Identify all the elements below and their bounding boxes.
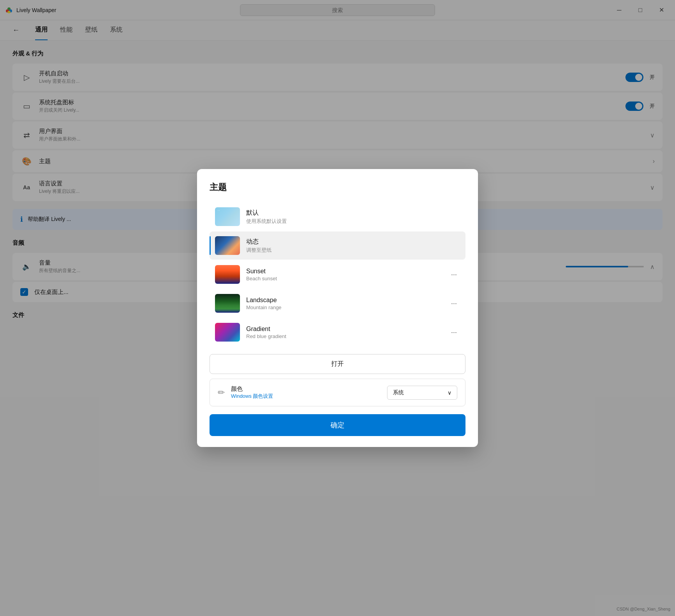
- pencil-icon: ✏: [218, 388, 225, 398]
- color-settings-row: ✏ 颜色 Windows 颜色设置 系统 ∨: [210, 379, 465, 406]
- theme-desc-landscape: Mountain range: [246, 304, 442, 310]
- dialog-title: 主题: [210, 182, 465, 193]
- confirm-button[interactable]: 确定: [210, 414, 465, 436]
- theme-item-landscape[interactable]: Landscape Mountain range ···: [210, 289, 465, 317]
- theme-item-gradient[interactable]: Gradient Red blue gradient ···: [210, 318, 465, 346]
- theme-name-sunset: Sunset: [246, 268, 442, 275]
- landscape-more-button[interactable]: ···: [448, 298, 460, 309]
- open-button[interactable]: 打开: [210, 354, 465, 374]
- chevron-down-icon: ∨: [448, 390, 451, 396]
- theme-dialog: 主题 默认 使用系统默认设置 动态 调整至壁纸: [197, 169, 478, 447]
- modal-overlay[interactable]: 主题 默认 使用系统默认设置 动态 调整至壁纸: [0, 0, 675, 616]
- theme-name-gradient: Gradient: [246, 326, 442, 333]
- theme-item-default[interactable]: 默认 使用系统默认设置: [210, 203, 465, 231]
- gradient-more-button[interactable]: ···: [448, 327, 460, 338]
- theme-desc-default: 使用系统默认设置: [246, 218, 460, 225]
- theme-desc-gradient: Red blue gradient: [246, 333, 442, 339]
- color-select-dropdown[interactable]: 系统 ∨: [387, 386, 457, 400]
- color-label: 颜色: [231, 385, 381, 393]
- theme-thumb-default: [215, 207, 240, 226]
- theme-item-sunset[interactable]: Sunset Beach sunset ···: [210, 260, 465, 288]
- theme-item-dynamic[interactable]: 动态 调整至壁纸: [210, 231, 465, 260]
- theme-name-landscape: Landscape: [246, 297, 442, 304]
- sunset-more-button[interactable]: ···: [448, 269, 460, 280]
- windows-color-settings-link[interactable]: Windows 颜色设置: [231, 393, 381, 400]
- theme-thumb-dynamic: [215, 236, 240, 255]
- theme-desc-sunset: Beach sunset: [246, 276, 442, 281]
- theme-thumb-landscape: [215, 294, 240, 313]
- theme-name-default: 默认: [246, 209, 460, 217]
- theme-list: 默认 使用系统默认设置 动态 调整至壁纸 S: [210, 203, 465, 346]
- theme-name-dynamic: 动态: [246, 238, 460, 246]
- theme-thumb-sunset: [215, 265, 240, 284]
- theme-thumb-gradient: [215, 323, 240, 342]
- theme-desc-dynamic: 调整至壁纸: [246, 247, 460, 254]
